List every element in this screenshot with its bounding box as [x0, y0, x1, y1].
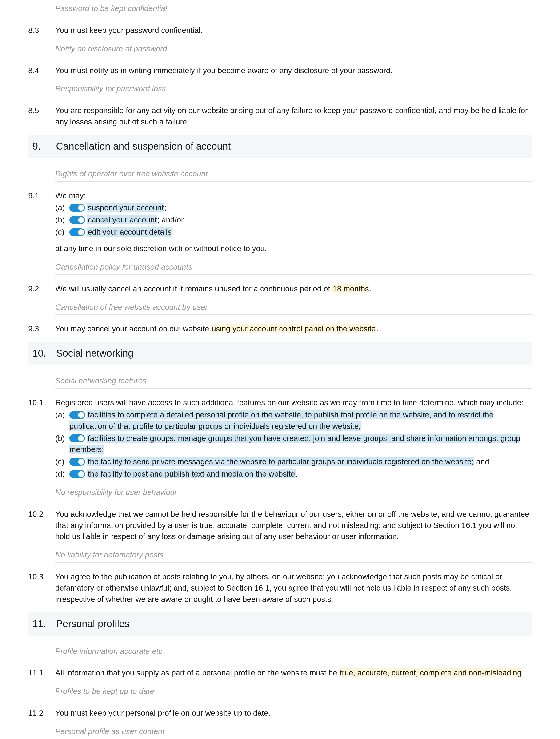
section-11-header: 11. Personal profiles	[28, 612, 532, 636]
tail: .	[295, 469, 298, 478]
clause-9-3: 9.3 You may cancel your account on our w…	[28, 323, 532, 334]
highlight-text: suspend your account	[87, 203, 164, 212]
toggle-icon[interactable]	[69, 229, 85, 236]
sub-label: (d)	[55, 468, 69, 479]
heading-text: No liability for defamatory posts	[55, 546, 532, 563]
clause-outro: at any time in our sole discretion with …	[55, 243, 532, 254]
heading-text: Responsibility for password loss	[55, 80, 532, 97]
clause-number: 9.3	[28, 323, 55, 334]
clause-10-1-b: (b) facilities to create groups, manage …	[55, 433, 532, 455]
sub-label: (a)	[55, 202, 69, 213]
heading-text: Notify on disclosure of password	[55, 40, 532, 56]
clause-heading-9-2: Cancellation policy for unused accounts	[28, 259, 532, 279]
tail: ; and/or	[157, 215, 184, 224]
section-number: 9.	[32, 139, 56, 154]
post-text: .	[376, 324, 378, 333]
clause-heading-8-4: Notify on disclosure of password	[28, 40, 532, 61]
clause-heading-10-2: No responsibility for user behaviour	[28, 484, 532, 504]
toggle-icon[interactable]	[69, 458, 85, 466]
clause-heading-8-5: Responsibility for password loss	[28, 80, 532, 101]
toggle-icon[interactable]	[69, 470, 85, 478]
section-number: 11.	[32, 617, 56, 631]
clause-number: 10.1	[28, 397, 55, 479]
heading-text: Cancellation policy for unused accounts	[55, 259, 532, 275]
sub-label: (c)	[55, 456, 69, 467]
clause-11-1: 11.1 All information that you supply as …	[28, 667, 532, 679]
highlight-text: 18 months	[332, 284, 370, 293]
clause-number: 11.2	[28, 708, 55, 719]
tail: ,	[172, 228, 174, 237]
clause-10-3: 10.3 You agree to the publication of pos…	[28, 571, 532, 605]
clause-heading-11-2: Profiles to be kept up to date	[28, 683, 532, 703]
post-text: .	[522, 669, 524, 677]
clause-10-1-c: (c) the facility to send private message…	[55, 456, 532, 467]
clause-number: 9.2	[28, 283, 55, 294]
clause-number: 8.3	[28, 25, 55, 36]
clause-9-2: 9.2 We will usually cancel an account if…	[28, 283, 532, 294]
clause-heading-9-3: Cancellation of free website account by …	[28, 299, 532, 319]
section-title: Social networking	[56, 346, 133, 360]
heading-text: No responsibility for user behaviour	[55, 484, 532, 500]
section-title: Personal profiles	[56, 617, 130, 631]
highlight-text: true, accurate, current, complete and no…	[339, 668, 522, 678]
clause-10-1-a: (a) facilities to complete a detailed pe…	[55, 409, 532, 432]
highlight-text: facilities to complete a detailed person…	[69, 410, 494, 431]
clause-number: 10.2	[28, 508, 55, 542]
heading-text: Password to be kept confidential	[55, 0, 532, 16]
heading-text: Social networking features	[55, 372, 532, 389]
sub-label: (b)	[55, 214, 69, 226]
clause-body: You are responsible for any activity on …	[55, 105, 532, 128]
clause-heading-10-1: Social networking features	[28, 372, 532, 393]
clause-number: 8.5	[28, 105, 55, 128]
clause-heading-11-1: Profile information accurate etc	[28, 643, 532, 663]
highlight-text: cancel your account	[87, 215, 157, 225]
heading-text: Profile information accurate etc	[55, 643, 532, 659]
toggle-icon[interactable]	[69, 204, 85, 212]
heading-text: Personal profile as user content	[55, 723, 532, 739]
highlight-text: facilities to create groups, manage grou…	[69, 434, 520, 454]
clause-body: You acknowledge that we cannot be held r…	[55, 508, 532, 542]
clause-8-3: 8.3 You must keep your password confiden…	[28, 25, 532, 36]
section-title: Cancellation and suspension of account	[56, 139, 231, 154]
toggle-icon[interactable]	[69, 434, 85, 442]
clause-9-1: 9.1 We may: (a) suspend your account; (b…	[28, 190, 532, 254]
pre-text: You may cancel your account on our websi…	[55, 324, 211, 333]
clause-9-1-a: (a) suspend your account;	[55, 202, 532, 213]
sub-label: (b)	[55, 433, 69, 455]
clause-intro: We may:	[55, 190, 532, 201]
clause-9-1-c: (c) edit your account details,	[55, 227, 532, 238]
highlight-text: using your account control panel on the …	[211, 324, 376, 333]
clause-8-5: 8.5 You are responsible for any activity…	[28, 105, 532, 128]
clause-intro: Registered users will have access to suc…	[55, 397, 532, 408]
clause-body: You must notify us in writing immediatel…	[55, 65, 532, 76]
tail: and	[474, 457, 489, 466]
clause-8-4: 8.4 You must notify us in writing immedi…	[28, 65, 532, 76]
pre-text: We will usually cancel an account if it …	[55, 284, 332, 293]
highlight-text: the facility to send private messages vi…	[87, 457, 474, 466]
toggle-icon[interactable]	[69, 216, 85, 224]
section-10-header: 10. Social networking	[28, 341, 532, 365]
clause-9-1-b: (b) cancel your account; and/or	[55, 214, 532, 226]
sub-label: (a)	[55, 409, 69, 432]
clause-heading-8-3: Password to be kept confidential	[28, 0, 532, 20]
clause-number: 10.3	[28, 571, 55, 605]
clause-number: 11.1	[28, 667, 55, 679]
sub-label: (c)	[55, 227, 69, 238]
tail: ;	[164, 203, 166, 212]
clause-number: 9.1	[28, 190, 55, 254]
section-number: 10.	[32, 346, 56, 360]
post-text: .	[370, 284, 372, 293]
heading-text: Cancellation of free website account by …	[55, 299, 532, 315]
clause-body: You must keep your password confidential…	[55, 25, 532, 36]
heading-text: Rights of operator over free website acc…	[55, 165, 532, 181]
clause-heading-9-1: Rights of operator over free website acc…	[28, 165, 532, 186]
clause-10-2: 10.2 You acknowledge that we cannot be h…	[28, 508, 532, 542]
pre-text: All information that you supply as part …	[55, 669, 339, 677]
clause-body: You agree to the publication of posts re…	[55, 571, 532, 605]
clause-10-1: 10.1 Registered users will have access t…	[28, 397, 532, 479]
highlight-text: edit your account details	[87, 228, 172, 237]
clause-number: 8.4	[28, 65, 55, 76]
highlight-text: the facility to post and publish text an…	[87, 469, 295, 478]
toggle-icon[interactable]	[69, 411, 85, 419]
section-9-header: 9. Cancellation and suspension of accoun…	[28, 135, 532, 158]
